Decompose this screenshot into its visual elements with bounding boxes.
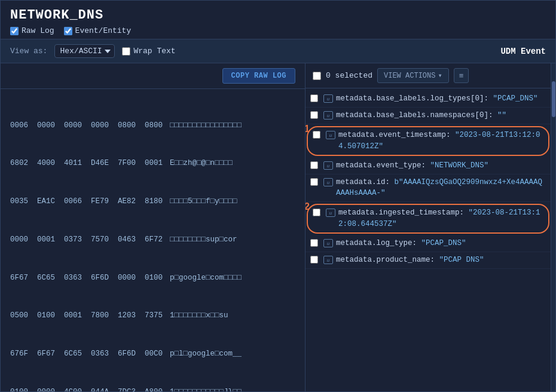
filter-button[interactable]: ≡ [454,68,469,83]
udm-item-text: metadata.base_labels.namespaces[0]: "" [336,110,546,121]
view-actions-button[interactable]: VIEW ACTIONS ▾ [377,68,449,83]
udm-item-checkbox[interactable] [313,131,322,141]
select-all-checkbox[interactable] [313,72,321,80]
udm-item: u metadata.event_type: "NETWORK_DNS" [306,158,551,174]
right-panel-toolbar: 0 selected VIEW ACTIONS ▾ ≡ [306,63,551,88]
filter-icon: ≡ [459,71,464,80]
udm-item-checkbox[interactable] [310,94,320,105]
udm-item-text: metadata.product_name: "PCAP DNS" [336,255,546,266]
udm-item-checkbox[interactable] [310,161,320,172]
udm-list[interactable]: u metadata.base_labels.log_types[0]: "PC… [306,88,551,391]
ascii-line: 1□□□□□□□x□□su [170,310,242,322]
event-entity-label: Event/Entity [75,26,132,35]
highlighted-item-2: u metadata.ingested_timestamp: "2023-08-… [307,204,549,234]
view-actions-label: VIEW ACTIONS [384,72,435,80]
hex-line: 0500 0100 0001 7800 1203 7375 [10,310,163,322]
left-panel: COPY RAW LOG 0006 0000 0000 0000 0800 08… [1,63,306,391]
udm-event-label: UDM Event [500,47,546,56]
udm-item-checkbox[interactable] [310,256,320,266]
udm-type-icon: u [326,131,335,139]
udm-item-event-timestamp: u metadata.event_timestamp: "2023-08-21T… [310,128,546,154]
raw-log-checkbox[interactable] [10,27,19,35]
udm-item: u metadata.base_labels.log_types[0]: "PC… [306,91,551,108]
udm-type-icon: u [323,111,333,120]
hex-line: 0100 0000 4C00 044A 7DC3 A800 [10,386,163,391]
main-content: COPY RAW LOG 0006 0000 0000 0000 0800 08… [1,63,555,391]
scrollbar-track[interactable] [551,63,555,391]
wrap-text-label[interactable]: Wrap Text [122,47,175,56]
udm-type-icon: u [323,94,333,103]
ascii-line: □□□□□□□□□□□□□□□□ [170,120,242,132]
scrollbar-thumb[interactable] [552,81,555,117]
udm-type-icon: u [323,239,333,247]
annotation-2: 2 [306,201,310,212]
ascii-line: E□□zh@□@□n□□□□ [170,157,242,170]
ascii-line: p□l□google□com__ [170,348,242,360]
view-as-select[interactable]: Hex/ASCII Raw Parsed [54,44,115,58]
udm-item-text: metadata.event_type: "NETWORK_DNS" [336,160,546,172]
wrap-text-text: Wrap Text [133,47,175,56]
udm-item-ingested-timestamp: u metadata.ingested_timestamp: "2023-08-… [310,206,546,231]
event-entity-checkbox-label[interactable]: Event/Entity [64,26,132,35]
hex-line: 6F67 6C65 0363 6F6D 0000 0100 [10,272,163,284]
view-actions-chevron-icon: ▾ [438,71,442,80]
udm-type-icon: u [323,256,333,264]
right-panel: 0 selected VIEW ACTIONS ▾ ≡ u met [306,63,551,391]
header-checkboxes: Raw Log Event/Entity [10,26,546,35]
udm-item: u metadata.base_labels.namespaces[0]: "" [306,108,551,124]
left-panel-toolbar: COPY RAW LOG [1,63,305,89]
udm-item-checkbox[interactable] [313,209,322,219]
page-title: NETWORK_DNS [10,8,546,23]
udm-type-icon: u [323,161,333,170]
view-as-label: View as: [10,47,47,56]
udm-item-text: metadata.base_labels.log_types[0]: "PCAP… [336,93,546,105]
header: NETWORK_DNS Raw Log Event/Entity [1,1,555,39]
copy-raw-log-button[interactable]: COPY RAW LOG [222,68,295,84]
udm-item: u metadata.log_type: "PCAP_DNS" [306,235,551,252]
udm-item-checkbox[interactable] [310,111,320,121]
udm-item-text: metadata.event_timestamp: "2023-08-21T13… [338,130,543,152]
selected-count: 0 selected [326,71,372,80]
hex-line: 676F 6F67 6C65 0363 6F6D 00C0 [10,348,163,360]
hex-column: 0006 0000 0000 0000 0800 0800 6802 4000 … [10,94,163,387]
raw-log-checkbox-label[interactable]: Raw Log [10,26,54,35]
udm-item-text: metadata.ingested_timestamp: "2023-08-21… [338,207,543,230]
udm-item: u metadata.id: b"AAAAIQzsQGaOQ2909nwxz4+… [306,174,551,203]
toolbar: View as: Hex/ASCII Raw Parsed Wrap Text … [1,39,555,63]
highlighted-item-1: u metadata.event_timestamp: "2023-08-21T… [307,126,549,156]
ascii-line: □□□□5□□□f□y□□□□ [170,195,242,208]
udm-item: u metadata.product_name: "PCAP DNS" [306,252,551,269]
annotation-1: 1 [306,124,310,134]
hex-line: 0000 0001 0373 7570 0463 6F72 [10,234,163,246]
ascii-column: □□□□□□□□□□□□□□□□ E□□zh@□@□n□□□□ □□□□5□□□… [170,94,242,387]
app-container: NETWORK_DNS Raw Log Event/Entity View as… [0,0,556,392]
udm-type-icon: u [323,178,333,186]
udm-item-text: metadata.log_type: "PCAP_DNS" [336,238,546,249]
ascii-line: □□□□□□□□sup□cor [170,234,242,246]
hex-line: 0035 EA1C 0066 FE79 AE82 8180 [10,195,163,208]
hex-line: 0006 0000 0000 0000 0800 0800 [10,120,163,132]
udm-item-checkbox[interactable] [310,178,320,188]
ascii-line: 1□□□□□□□□□□□J}□□ [170,386,242,391]
raw-log-label: Raw Log [22,26,54,35]
udm-type-icon: u [326,209,335,217]
hex-line: 6802 4000 4011 D46E 7F00 0001 [10,157,163,170]
event-entity-checkbox[interactable] [64,27,72,35]
udm-item-checkbox[interactable] [310,239,320,249]
selected-checkbox-container [313,72,321,80]
hex-content: 0006 0000 0000 0000 0800 0800 6802 4000 … [1,89,305,391]
udm-item-text: metadata.id: b"AAAAIQzsQGaOQ2909nwxz4+Xe… [336,177,546,200]
wrap-text-checkbox[interactable] [122,47,130,56]
ascii-line: p□google□com□□□□ [170,272,242,284]
